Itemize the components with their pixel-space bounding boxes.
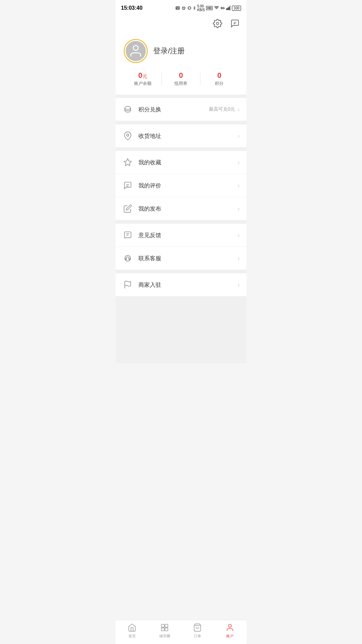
merchant-label: 商家入驻 [138, 281, 238, 289]
points-stat: 0 积分 [200, 71, 238, 87]
menu-item-points-exchange[interactable]: 积分兑换 最高可兑0元 › [116, 98, 246, 121]
status-bar: 15:03:40 5.00KB/S [116, 0, 246, 15]
menu-item-address[interactable]: 收货地址 › [116, 124, 246, 148]
feedback-arrow: › [238, 232, 240, 239]
balance-stat: 0元 账户余额 [124, 71, 162, 87]
menu-divider-3 [116, 220, 246, 224]
svg-rect-22 [126, 258, 127, 260]
merchant-icon [122, 279, 133, 290]
svg-point-12 [125, 106, 130, 109]
menu-item-merchant[interactable]: 商家入驻 › [116, 273, 246, 296]
settings-button[interactable] [212, 17, 224, 30]
publish-label: 我的发布 [138, 205, 238, 213]
menu-item-reviews[interactable]: 我的评价 › [116, 174, 246, 197]
address-label: 收货地址 [138, 132, 238, 140]
points-exchange-extra: 最高可兑0元 [209, 106, 235, 112]
menu-divider-1 [116, 121, 246, 124]
status-icons: 5.00KB/S HD 5G 100 [175, 4, 241, 12]
speed-indicator: 5.00KB/S [197, 4, 205, 12]
bluetooth-icon [193, 6, 196, 10]
menu-divider-2 [116, 148, 246, 151]
publish-arrow: › [238, 205, 240, 212]
menu-item-favorites[interactable]: 我的收藏 › [116, 151, 246, 174]
menu-item-customer-service[interactable]: 联系客服 › [116, 247, 246, 270]
menu-item-feedback[interactable]: 意见反馈 › [116, 224, 246, 247]
signal-bars-icon [226, 6, 231, 10]
action-bar [116, 15, 246, 32]
merchant-arrow: › [238, 281, 240, 288]
svg-rect-6 [229, 7, 229, 10]
gray-fill-area [116, 296, 246, 363]
nfc-icon [175, 6, 180, 10]
svg-rect-5 [228, 8, 228, 10]
points-label: 积分 [215, 80, 224, 87]
svg-marker-14 [124, 159, 131, 166]
status-time: 15:03:40 [121, 5, 142, 11]
menu-list: 积分兑换 最高可兑0元 › 收货地址 › 我的收藏 [116, 98, 246, 296]
balance-label: 账户余额 [134, 80, 152, 87]
coupon-value: 0 [179, 71, 183, 80]
svg-rect-4 [226, 8, 227, 10]
svg-point-8 [217, 22, 219, 25]
avatar-placeholder [126, 41, 146, 61]
stats-row: 0元 账户余额 0 抵用券 0 积分 [124, 71, 238, 87]
svg-point-11 [133, 46, 138, 51]
coupon-stat: 0 抵用券 [162, 71, 200, 87]
login-register-text[interactable]: 登录/注册 [153, 46, 185, 56]
feedback-label: 意见反馈 [138, 231, 238, 239]
points-exchange-label: 积分兑换 [138, 106, 209, 113]
balance-value: 0元 [138, 71, 147, 80]
svg-point-3 [217, 9, 217, 10]
vibrate-icon [187, 6, 191, 10]
customer-service-arrow: › [238, 255, 240, 262]
svg-rect-2 [188, 7, 190, 10]
menu-item-publish[interactable]: 我的发布 › [116, 197, 246, 220]
points-exchange-arrow: › [238, 106, 240, 113]
section-divider-1 [116, 95, 246, 98]
address-icon [122, 130, 133, 141]
reviews-icon [122, 180, 133, 191]
svg-rect-17 [124, 232, 131, 237]
coupon-label: 抵用券 [174, 80, 187, 87]
alarm-icon [181, 6, 186, 10]
points-exchange-icon [122, 104, 133, 115]
wifi-icon [214, 6, 219, 10]
message-button[interactable] [229, 17, 241, 30]
reviews-arrow: › [238, 182, 240, 189]
signal-5g: 5G [221, 6, 225, 10]
address-arrow: › [238, 132, 240, 140]
svg-rect-23 [129, 258, 130, 260]
svg-rect-7 [230, 6, 231, 10]
customer-service-label: 联系客服 [138, 255, 238, 262]
publish-icon [122, 203, 133, 214]
favorites-icon [122, 157, 133, 168]
avatar[interactable] [124, 39, 148, 63]
svg-point-13 [127, 134, 129, 137]
battery-icon: 100 [232, 6, 241, 11]
profile-section: 登录/注册 0元 账户余额 0 抵用券 0 积分 [116, 32, 246, 95]
reviews-label: 我的评价 [138, 182, 238, 190]
hd-badge: HD [206, 6, 213, 10]
favorites-arrow: › [238, 159, 240, 166]
points-value: 0 [217, 71, 221, 80]
menu-divider-4 [116, 270, 246, 273]
profile-top[interactable]: 登录/注册 [124, 39, 238, 63]
favorites-label: 我的收藏 [138, 159, 238, 166]
customer-service-icon [122, 253, 133, 264]
feedback-icon [122, 230, 133, 240]
